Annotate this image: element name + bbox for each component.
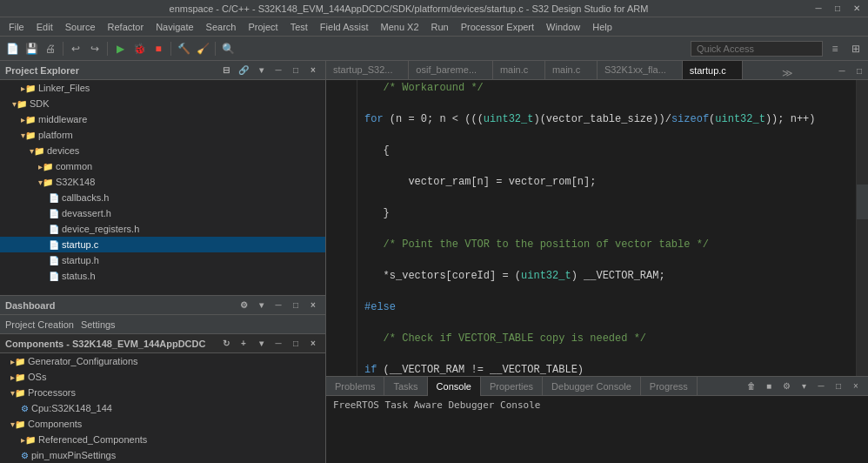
tree-item-referenced-components[interactable]: ▸📁 Referenced_Components xyxy=(0,432,325,447)
minimize-dashboard-button[interactable]: ─ xyxy=(271,299,285,312)
components-refresh-button[interactable]: ↻ xyxy=(219,337,233,351)
minimize-button[interactable]: ─ xyxy=(812,3,825,15)
tree-item-startup-c[interactable]: 📄 startup.c xyxy=(0,237,325,252)
explorer-menu-button[interactable]: ▾ xyxy=(254,64,268,77)
maximize-dashboard-button[interactable]: □ xyxy=(289,299,303,312)
components-menu-button[interactable]: ▾ xyxy=(254,337,268,351)
console-settings-button[interactable]: ⚙ xyxy=(779,379,793,393)
tree-item-s32k148[interactable]: ▾📁 S32K148 xyxy=(0,174,325,190)
menu-test[interactable]: Test xyxy=(285,20,313,34)
menu-menux2[interactable]: Menu X2 xyxy=(376,20,424,34)
close-button[interactable]: ✕ xyxy=(851,3,863,15)
tree-item-processors[interactable]: ▾📁 Processors xyxy=(0,385,325,400)
project-creation-tab[interactable]: Project Creation xyxy=(5,319,74,330)
dashboard-settings-button[interactable]: ⚙ xyxy=(237,299,250,312)
print-button[interactable]: 🖨 xyxy=(42,40,59,57)
code-content[interactable]: /* Workaround */ for (n = 0; n < (((uint… xyxy=(357,80,856,376)
tab-overflow-button[interactable]: ≫ xyxy=(777,67,798,79)
editor-minimap[interactable] xyxy=(856,80,868,376)
tree-item-pin-mux[interactable]: ⚙ pin_muxPinSettings xyxy=(0,447,325,463)
menu-field-assist[interactable]: Field Assist xyxy=(315,20,374,34)
undo-button[interactable]: ↩ xyxy=(67,40,84,57)
search-icon[interactable]: 🔍 xyxy=(219,40,237,57)
tree-item-linker[interactable]: ▸📁 Linker_Files xyxy=(0,80,325,96)
tree-item-platform[interactable]: ▾📁 platform xyxy=(0,127,325,143)
menu-source[interactable]: Source xyxy=(60,20,101,34)
new-button[interactable]: 📄 xyxy=(3,40,21,57)
maximize-button[interactable]: □ xyxy=(831,3,844,15)
tree-item-common[interactable]: ▸📁 common xyxy=(0,158,325,174)
quick-access-input[interactable] xyxy=(691,41,823,57)
tree-item-status[interactable]: 📄 status.h xyxy=(0,268,325,284)
tab-osif[interactable]: osif_bareme... × xyxy=(409,61,493,79)
tab-startup-c[interactable]: startup.c × xyxy=(683,61,743,79)
console-clear-button[interactable]: 🗑 xyxy=(744,379,758,393)
code-editor[interactable]: /* Workaround */ for (n = 0; n < (((uint… xyxy=(326,80,868,376)
menu-refactor[interactable]: Refactor xyxy=(103,20,150,34)
window-controls[interactable]: ─ □ ✕ xyxy=(812,3,863,15)
tree-item-oss[interactable]: ▸📁 OSs xyxy=(0,369,325,385)
tab-progress[interactable]: Progress xyxy=(641,377,698,396)
tree-item-sdk[interactable]: ▾📁 SDK xyxy=(0,96,325,111)
tab-main1[interactable]: main.c × xyxy=(493,61,545,79)
tree-item-components-folder[interactable]: ▾📁 Components xyxy=(0,416,325,432)
redo-button[interactable]: ↪ xyxy=(86,40,103,57)
console-text: FreeRTOS Task Aware Debugger Console xyxy=(333,399,540,411)
close-console-button[interactable]: × xyxy=(849,379,863,393)
menu-navigate[interactable]: Navigate xyxy=(150,20,198,34)
menu-help[interactable]: Help xyxy=(587,20,618,34)
menu-project[interactable]: Project xyxy=(243,20,283,34)
tree-item-generator-configs[interactable]: ▸📁 Generator_Configurations xyxy=(0,353,325,369)
maximize-explorer-button[interactable]: □ xyxy=(289,64,303,77)
link-editor-button[interactable]: 🔗 xyxy=(237,64,250,77)
run-button[interactable]: ▶ xyxy=(111,40,129,57)
stop-button[interactable]: ■ xyxy=(150,40,167,57)
minimize-explorer-button[interactable]: ─ xyxy=(271,64,285,77)
tree-item-startup-h[interactable]: 📄 startup.h xyxy=(0,252,325,268)
save-button[interactable]: 💾 xyxy=(23,40,40,57)
menu-window[interactable]: Window xyxy=(541,20,585,34)
collapse-all-button[interactable]: ⊟ xyxy=(219,64,233,77)
close-components-button[interactable]: × xyxy=(306,337,320,351)
tab-properties[interactable]: Properties xyxy=(481,377,543,396)
tab-tasks[interactable]: Tasks xyxy=(384,377,427,396)
debug-button[interactable]: 🐞 xyxy=(130,40,148,57)
settings-tab[interactable]: Settings xyxy=(81,319,116,330)
maximize-components-button[interactable]: □ xyxy=(289,337,303,351)
menu-search[interactable]: Search xyxy=(201,20,242,34)
tree-item-cpu[interactable]: ⚙ Cpu:S32K148_144 xyxy=(0,400,325,416)
tab-s32k1xx[interactable]: S32K1xx_fla... × xyxy=(598,61,683,79)
folder-icon: ▾📁 xyxy=(38,178,53,187)
console-stop-button[interactable]: ■ xyxy=(762,379,776,393)
tree-item-middleware[interactable]: ▸📁 middleware xyxy=(0,111,325,127)
editor-maximize-button[interactable]: □ xyxy=(851,62,868,79)
tree-item-device-registers[interactable]: 📄 device_registers.h xyxy=(0,221,325,237)
menu-edit[interactable]: Edit xyxy=(31,20,58,34)
scroll-thumb[interactable] xyxy=(857,185,868,219)
build-button[interactable]: 🔨 xyxy=(175,40,192,57)
minimize-console-button[interactable]: ─ xyxy=(814,379,828,393)
clean-button[interactable]: 🧹 xyxy=(194,40,211,57)
close-dashboard-button[interactable]: × xyxy=(306,299,320,312)
menu-file[interactable]: File xyxy=(3,20,30,34)
maximize-console-button[interactable]: □ xyxy=(831,379,845,393)
tab-startup-s32[interactable]: startup_S32... × xyxy=(326,61,409,79)
menu-processor-expert[interactable]: Processor Expert xyxy=(456,20,539,34)
menu-run[interactable]: Run xyxy=(426,20,454,34)
folder-icon: ▾📁 xyxy=(30,146,44,156)
tree-item-devassert[interactable]: 📄 devassert.h xyxy=(0,205,325,221)
tab-problems[interactable]: Problems xyxy=(326,377,384,396)
components-add-button[interactable]: + xyxy=(237,337,250,351)
dashboard-menu-button[interactable]: ▾ xyxy=(254,299,268,312)
minimize-components-button[interactable]: ─ xyxy=(271,337,285,351)
tab-main2[interactable]: main.c × xyxy=(545,61,598,79)
console-menu-button[interactable]: ▾ xyxy=(797,379,811,393)
toolbar-menu-button[interactable]: ≡ xyxy=(826,40,844,57)
tree-item-callbacks[interactable]: 📄 callbacks.h xyxy=(0,190,325,205)
close-explorer-button[interactable]: × xyxy=(306,64,320,77)
tab-console[interactable]: Console xyxy=(428,377,481,396)
editor-minimize-button[interactable]: ─ xyxy=(833,62,851,79)
perspectives-button[interactable]: ⊞ xyxy=(847,40,865,57)
tab-debugger-console[interactable]: Debugger Console xyxy=(543,377,641,396)
tree-item-devices[interactable]: ▾📁 devices xyxy=(0,143,325,158)
